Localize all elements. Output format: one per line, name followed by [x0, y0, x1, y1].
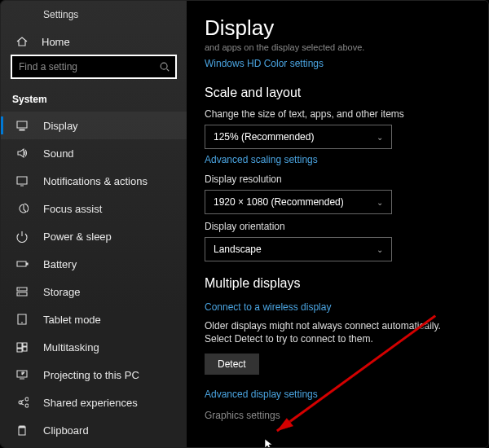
- display-icon: [15, 119, 29, 132]
- sidebar-item-label: Projecting to this PC: [43, 369, 139, 381]
- sidebar-item-label: Multitasking: [43, 341, 99, 354]
- sidebar-item-multitask[interactable]: Multitasking: [1, 333, 187, 361]
- sidebar-item-sound[interactable]: Sound: [1, 139, 187, 167]
- scale-value: 125% (Recommended): [214, 131, 314, 143]
- search-field[interactable]: [11, 55, 177, 79]
- wireless-display-link[interactable]: Connect to a wireless display: [205, 301, 331, 313]
- multiple-displays-header: Multiple displays: [205, 276, 470, 291]
- page-title: Display: [205, 15, 470, 41]
- residual-text: and apps on the display selected above.: [205, 42, 470, 52]
- sidebar-item-label: Display: [43, 120, 78, 132]
- sidebar-item-tablet[interactable]: Tablet mode: [1, 305, 187, 333]
- home-button[interactable]: Home: [1, 29, 187, 55]
- sidebar-item-clipboard[interactable]: Clipboard: [1, 416, 187, 444]
- scale-label: Change the size of text, apps, and other…: [205, 108, 470, 120]
- sidebar-item-label: Clipboard: [43, 424, 89, 437]
- orientation-label: Display orientation: [205, 221, 470, 232]
- sidebar-item-display[interactable]: Display: [1, 112, 187, 139]
- projecting-icon: [15, 368, 29, 381]
- sidebar-item-label: Power & sleep: [43, 231, 112, 243]
- nav-section-label: System: [1, 89, 187, 112]
- older-displays-text: Older displays might not always connect …: [205, 319, 470, 345]
- sidebar: Settings Home System DisplaySoundNotific…: [1, 1, 187, 447]
- advanced-scaling-link[interactable]: Advanced scaling settings: [205, 154, 318, 165]
- sidebar-item-label: Sound: [43, 147, 74, 160]
- clipboard-icon: [15, 424, 29, 437]
- sidebar-item-notifications[interactable]: Notifications & actions: [1, 167, 187, 195]
- sidebar-item-battery[interactable]: Battery: [1, 250, 187, 278]
- nav-list: DisplaySoundNotifications & actionsFocus…: [1, 112, 187, 444]
- orientation-select[interactable]: Landscape ⌄: [205, 237, 392, 261]
- sound-icon: [15, 147, 29, 160]
- search-input[interactable]: [11, 55, 177, 79]
- sidebar-item-label: Storage: [43, 286, 81, 298]
- sidebar-item-label: Battery: [43, 258, 77, 270]
- home-label: Home: [42, 36, 70, 48]
- resolution-label: Display resolution: [205, 173, 470, 185]
- scale-section-header: Scale and layout: [205, 86, 470, 100]
- chevron-down-icon: ⌄: [377, 133, 383, 142]
- tablet-icon: [15, 313, 29, 326]
- notifications-icon: [15, 174, 29, 187]
- detect-button[interactable]: Detect: [205, 354, 259, 375]
- battery-icon: [15, 257, 29, 270]
- resolution-value: 1920 × 1080 (Recommended): [214, 196, 344, 208]
- storage-icon: [15, 285, 29, 298]
- sidebar-item-focus[interactable]: Focus assist: [1, 195, 187, 222]
- focus-icon: [15, 202, 29, 215]
- sidebar-item-label: Notifications & actions: [43, 175, 148, 187]
- sidebar-item-label: Tablet mode: [43, 314, 101, 326]
- main-panel: Display and apps on the display selected…: [187, 1, 488, 447]
- home-icon: [15, 35, 29, 48]
- sidebar-item-power[interactable]: Power & sleep: [1, 222, 187, 250]
- sidebar-item-label: Shared experiences: [43, 397, 138, 409]
- chevron-down-icon: ⌄: [377, 245, 383, 254]
- sidebar-item-projecting[interactable]: Projecting to this PC: [1, 361, 187, 389]
- scale-select[interactable]: 125% (Recommended) ⌄: [205, 125, 392, 149]
- app-title: Settings: [1, 4, 187, 29]
- graphics-settings-link[interactable]: Graphics settings: [205, 410, 280, 421]
- sidebar-item-label: Focus assist: [43, 203, 102, 215]
- shared-icon: [15, 396, 29, 409]
- orientation-value: Landscape: [214, 244, 262, 255]
- power-icon: [15, 230, 29, 243]
- sidebar-item-shared[interactable]: Shared experiences: [1, 389, 187, 416]
- advanced-display-link[interactable]: Advanced display settings: [205, 389, 318, 400]
- multitask-icon: [15, 340, 29, 354]
- sidebar-item-storage[interactable]: Storage: [1, 278, 187, 305]
- svg-point-0: [161, 63, 167, 69]
- search-icon: [159, 61, 170, 72]
- resolution-select[interactable]: 1920 × 1080 (Recommended) ⌄: [205, 190, 392, 214]
- chevron-down-icon: ⌄: [377, 198, 383, 207]
- hd-color-link[interactable]: Windows HD Color settings: [205, 58, 324, 69]
